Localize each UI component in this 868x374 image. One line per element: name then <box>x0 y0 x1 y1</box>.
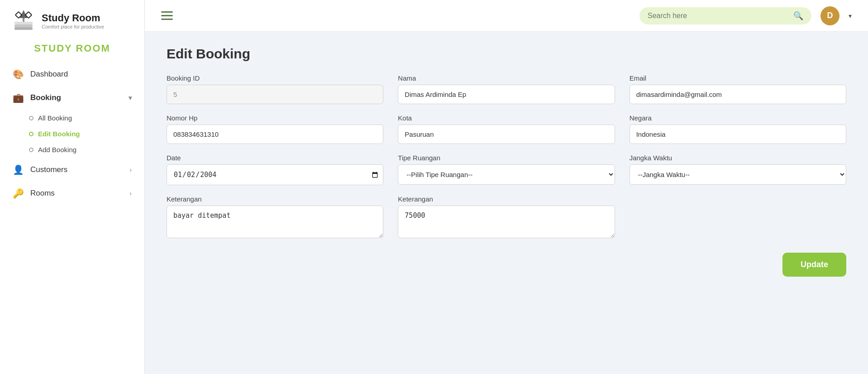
svg-rect-0 <box>14 22 33 24</box>
logo-icon <box>11 8 36 34</box>
sidebar-item-all-booking[interactable]: All Booking <box>24 110 140 125</box>
search-input[interactable] <box>648 12 789 20</box>
booking-icon: 💼 <box>13 92 24 103</box>
booking-id-label: Booking ID <box>167 74 383 82</box>
date-label: Date <box>167 154 383 162</box>
search-icon: 🔍 <box>793 11 803 21</box>
edit-booking-label: Edit Booking <box>38 130 80 138</box>
negara-field: Negara <box>630 114 846 144</box>
hamburger-line-1 <box>161 11 173 13</box>
hamburger-line-3 <box>161 19 173 20</box>
jangka-waktu-label: Jangka Waktu <box>630 154 846 162</box>
keterangan2-input[interactable]: 75000 <box>398 206 615 238</box>
booking-id-input <box>167 85 383 104</box>
keterangan1-input[interactable]: bayar ditempat <box>167 206 383 238</box>
customers-arrow: › <box>129 166 132 173</box>
hamburger-button[interactable] <box>161 11 173 20</box>
page-title: Edit Booking <box>167 46 846 62</box>
nomor-hp-label: Nomor Hp <box>167 114 383 122</box>
svg-rect-4 <box>23 18 24 22</box>
avatar[interactable]: D <box>820 6 839 25</box>
email-field: Email <box>630 74 846 104</box>
content-area: Edit Booking Booking ID Nama Email Nomor… <box>145 32 868 374</box>
svg-rect-2 <box>14 27 33 30</box>
nama-label: Nama <box>398 74 615 82</box>
edit-booking-form: Booking ID Nama Email Nomor Hp Kota <box>167 74 846 238</box>
keterangan2-label: Keterangan <box>398 195 615 203</box>
hamburger-line-2 <box>161 15 173 16</box>
sidebar-item-rooms[interactable]: 🔑 Rooms › <box>5 182 140 204</box>
avatar-dropdown-arrow[interactable]: ▾ <box>849 12 852 19</box>
nama-input[interactable] <box>398 85 615 104</box>
add-booking-dot <box>29 148 33 152</box>
update-button[interactable]: Update <box>782 253 846 277</box>
email-input[interactable] <box>630 85 846 104</box>
rooms-arrow: › <box>129 190 132 197</box>
tipe-ruangan-label: Tipe Ruangan <box>398 154 615 162</box>
sidebar-nav: 🎨 Dashboard 💼 Booking ▾ All Booking Edit… <box>0 63 144 204</box>
negara-input[interactable] <box>630 125 846 144</box>
customers-icon: 👤 <box>13 164 24 175</box>
nomor-hp-field: Nomor Hp <box>167 114 383 144</box>
email-label: Email <box>630 74 846 82</box>
all-booking-label: All Booking <box>38 114 72 122</box>
rooms-icon: 🔑 <box>13 188 24 199</box>
sidebar-item-dashboard[interactable]: 🎨 Dashboard <box>5 63 140 85</box>
keterangan1-label: Keterangan <box>167 195 383 203</box>
dashboard-icon: 🎨 <box>13 69 24 80</box>
booking-arrow: ▾ <box>129 94 132 101</box>
kota-label: Kota <box>398 114 615 122</box>
sidebar-item-booking-label: Booking <box>30 93 61 102</box>
sidebar-item-edit-booking[interactable]: Edit Booking <box>24 126 140 141</box>
keterangan2-field: Keterangan 75000 <box>398 195 615 238</box>
tipe-ruangan-select[interactable]: --Pilih Tipe Ruangan-- <box>398 164 615 185</box>
jangka-waktu-field: Jangka Waktu --Jangka Waktu-- <box>630 154 846 185</box>
booking-id-field: Booking ID <box>167 74 383 104</box>
form-actions: Update <box>167 253 846 277</box>
date-input[interactable] <box>167 164 383 185</box>
tipe-ruangan-field: Tipe Ruangan --Pilih Tipe Ruangan-- <box>398 154 615 185</box>
sidebar-item-customers-label: Customers <box>30 165 67 174</box>
sidebar-logo: Study Room Comfort place for productive <box>0 0 144 38</box>
edit-booking-dot <box>29 132 33 136</box>
sidebar-item-add-booking[interactable]: Add Booking <box>24 142 140 157</box>
topbar: 🔍 D ▾ <box>145 0 868 32</box>
add-booking-label: Add Booking <box>38 146 76 153</box>
all-booking-dot <box>29 116 33 120</box>
sidebar-brand: STUDY ROOM <box>0 38 144 63</box>
booking-submenu: All Booking Edit Booking Add Booking <box>5 110 140 157</box>
keterangan1-field: Keterangan bayar ditempat <box>167 195 383 238</box>
sidebar-item-rooms-label: Rooms <box>30 189 55 198</box>
logo-subtitle: Comfort place for productive <box>42 24 104 29</box>
negara-label: Negara <box>630 114 846 122</box>
nama-field: Nama <box>398 74 615 104</box>
logo-title: Study Room <box>42 12 104 24</box>
main: 🔍 D ▾ Edit Booking Booking ID Nama Email <box>145 0 868 374</box>
search-bar: 🔍 <box>639 7 811 24</box>
sidebar-item-booking[interactable]: 💼 Booking ▾ <box>5 87 140 109</box>
nomor-hp-input[interactable] <box>167 125 383 144</box>
kota-field: Kota <box>398 114 615 144</box>
sidebar: Study Room Comfort place for productive … <box>0 0 145 374</box>
sidebar-item-dashboard-label: Dashboard <box>30 70 68 79</box>
date-field: Date <box>167 154 383 185</box>
svg-rect-1 <box>14 24 33 27</box>
sidebar-item-customers[interactable]: 👤 Customers › <box>5 159 140 181</box>
kota-input[interactable] <box>398 125 615 144</box>
logo-text-block: Study Room Comfort place for productive <box>42 12 104 29</box>
jangka-waktu-select[interactable]: --Jangka Waktu-- <box>630 164 846 185</box>
